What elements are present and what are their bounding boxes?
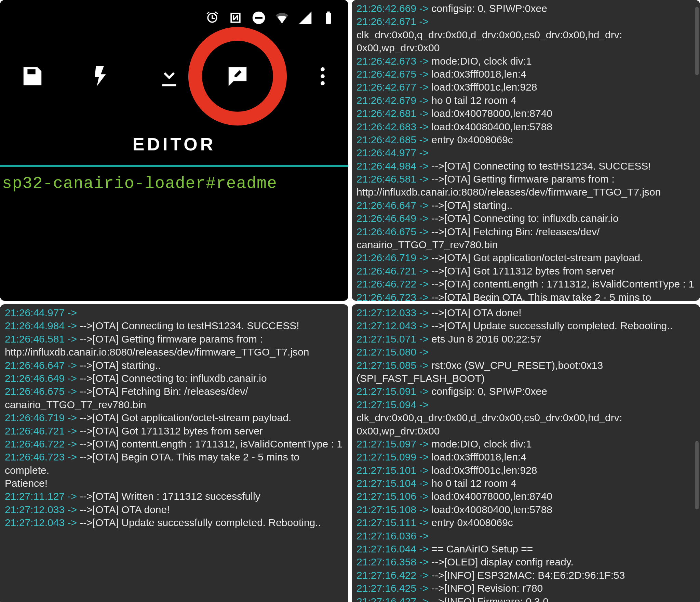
log-timestamp: 21:26:42.671 -> [356, 16, 429, 27]
log-line: 21:27:15.106 -> load:0x40078000,len:8740 [356, 490, 695, 503]
battery-icon [321, 10, 336, 27]
log-message: -->[OTA] contentLength : 1711312, isVali… [80, 438, 342, 450]
log-line: 21:26:42.681 -> load:0x40078000,len:8740 [356, 107, 695, 120]
log-timestamp: 21:27:16.358 -> [356, 556, 431, 567]
log-line: 21:27:16.358 -> -->[OLED] display config… [356, 556, 695, 568]
log-timestamp: 21:26:46.581 -> [356, 173, 431, 185]
log-line: 21:26:42.677 -> load:0x3fff001c,len:928 [356, 81, 695, 94]
download-icon[interactable] [157, 64, 181, 90]
log-timestamp: 21:26:44.977 -> [5, 307, 77, 318]
log-message: rst:0xc (SW_CPU_RESET),boot:0x13 [431, 360, 603, 371]
log-timestamp: 21:27:12.043 -> [5, 517, 80, 528]
log-message: -->[OTA] Got application/octet-stream pa… [80, 412, 291, 423]
log-message: -->[OTA] Got 1711312 bytes from server [431, 265, 615, 277]
scrollbar[interactable] [695, 441, 699, 509]
log-timestamp: 21:26:46.675 -> [356, 226, 431, 237]
log-line: 21:26:46.675 -> -->[OTA] Fetching Bin: /… [5, 385, 344, 398]
log-timestamp: 21:26:42.675 -> [356, 68, 431, 80]
flash-icon[interactable] [89, 64, 113, 90]
log-line: 21:26:46.649 -> -->[OTA] Connecting to: … [356, 212, 695, 225]
log-message: ho 0 tail 12 room 4 [431, 478, 516, 489]
log-message: == CanAirIO Setup == [431, 543, 533, 554]
log-timestamp: 21:27:11.127 -> [5, 491, 80, 502]
nfc-icon [228, 10, 243, 27]
log-message: -->[OTA] Update successfully completed. … [431, 320, 673, 331]
log-timestamp: 21:26:44.977 -> [356, 147, 429, 158]
log-line: 21:26:42.669 -> configsip: 0, SPIWP:0xee [356, 2, 695, 15]
log-timestamp: 21:26:44.984 -> [356, 160, 431, 172]
log-line: 21:27:15.111 -> entry 0x4008069c [356, 516, 695, 529]
log-message: ho 0 tail 12 room 4 [431, 95, 516, 106]
log-timestamp: 21:27:15.104 -> [356, 478, 431, 489]
log-message-cont: 0x00,wp_drv:0x00 [356, 41, 695, 54]
terminal-output[interactable]: 21:26:44.977 -> 21:26:44.984 -> -->[OTA]… [0, 304, 348, 532]
log-message: entry 0x4008069c [431, 134, 513, 145]
log-message: load:0x40078000,len:8740 [431, 491, 552, 502]
log-message: -->[OTA] OTA done! [431, 307, 521, 318]
log-message: -->[OTA] Written : 1711312 successfully [80, 491, 260, 502]
log-timestamp: 21:27:16.044 -> [356, 543, 431, 554]
log-timestamp: 21:27:16.425 -> [356, 583, 431, 594]
log-timestamp: 21:27:15.085 -> [356, 360, 431, 371]
log-line: 21:27:15.099 -> load:0x3fff0018,len:4 [356, 451, 695, 464]
log-message: load:0x3fff0018,len:4 [431, 451, 526, 463]
wifi-icon [274, 10, 290, 27]
log-line: 21:26:42.679 -> ho 0 tail 12 room 4 [356, 94, 695, 107]
log-line: 21:26:44.977 -> [5, 306, 344, 319]
log-timestamp: 21:27:15.071 -> [356, 333, 431, 345]
more-icon[interactable] [311, 64, 335, 90]
log-line: 21:26:46.722 -> -->[OTA] contentLength :… [356, 278, 695, 291]
log-timestamp: 21:27:15.097 -> [356, 438, 431, 450]
log-timestamp: 21:27:15.101 -> [356, 465, 431, 476]
log-line: 21:26:46.719 -> -->[OTA] Got application… [5, 411, 344, 424]
svg-point-5 [321, 74, 325, 78]
log-message: configsip: 0, SPIWP:0xee [431, 386, 547, 397]
log-message: -->[OTA] Connecting to testHS1234. SUCCE… [80, 320, 299, 331]
log-message-cont: Patience! [5, 477, 344, 490]
log-timestamp: 21:27:15.080 -> [356, 346, 429, 358]
log-message-cont: canairio_TTGO_T7_rev780.bin [5, 398, 344, 411]
log-message: -->[INFO] ESP32MAC: B4:E6:2D:96:1F:53 [431, 570, 625, 581]
log-line: 21:26:46.581 -> -->[OTA] Getting firmwar… [5, 333, 344, 346]
log-message: load:0x40080400,len:5788 [431, 504, 552, 515]
log-line: 21:26:46.649 -> -->[OTA] Connecting to: … [5, 372, 344, 385]
edit-message-icon[interactable] [226, 64, 250, 90]
log-timestamp: 21:27:12.043 -> [356, 320, 431, 331]
log-timestamp: 21:26:46.581 -> [5, 333, 80, 345]
log-timestamp: 21:27:15.111 -> [356, 517, 431, 528]
log-line: 21:27:16.036 -> [356, 530, 695, 543]
log-message: load:0x40078000,len:8740 [431, 108, 552, 119]
log-timestamp: 21:26:46.647 -> [5, 360, 80, 371]
log-line: 21:27:12.043 -> -->[OTA] Update successf… [356, 319, 695, 332]
log-line: 21:26:46.723 -> -->[OTA] Begin OTA. This… [5, 451, 344, 477]
log-timestamp: 21:26:46.719 -> [356, 252, 431, 263]
log-message: -->[OTA] Connecting to: influxdb.canair.… [80, 373, 267, 384]
log-timestamp: 21:26:46.721 -> [5, 425, 80, 437]
log-line: 21:26:46.719 -> -->[OTA] Got application… [356, 251, 695, 264]
log-line: 21:27:15.094 -> clk_drv:0x00,q_drv:0x00,… [356, 398, 695, 425]
log-timestamp: 21:26:46.649 -> [5, 373, 80, 384]
log-line: 21:26:46.675 -> -->[OTA] Fetching Bin: /… [356, 225, 695, 238]
log-timestamp: 21:27:15.099 -> [356, 451, 431, 463]
log-line: 21:26:42.675 -> load:0x3fff0018,len:4 [356, 68, 695, 81]
svg-rect-3 [327, 12, 329, 14]
log-line: 21:26:44.977 -> [356, 146, 695, 159]
terminal-output[interactable]: 21:26:42.669 -> configsip: 0, SPIWP:0xee… [352, 0, 700, 301]
log-timestamp: 21:26:46.721 -> [356, 265, 431, 277]
log-line: 21:27:16.422 -> -->[INFO] ESP32MAC: B4:E… [356, 569, 695, 582]
log-message: -->[OTA] Getting firmware params from : [431, 173, 614, 185]
terminal-output[interactable]: 21:27:12.033 -> -->[OTA] OTA done!21:27:… [352, 304, 700, 602]
svg-rect-1 [255, 17, 262, 19]
log-line: 21:27:15.080 -> [356, 346, 695, 359]
log-message: load:0x3fff001c,len:928 [431, 465, 537, 476]
log-line: 21:26:46.581 -> -->[OTA] Getting firmwar… [356, 173, 695, 186]
log-message: clk_drv:0x00,q_drv:0x00,d_drv:0x00,cs0_d… [356, 29, 622, 40]
log-timestamp: 21:26:46.722 -> [356, 278, 431, 290]
readme-path: sp32-canairio-loader#readme [0, 167, 348, 193]
scrollbar[interactable] [695, 7, 699, 75]
terminal-panel-c: 21:26:44.977 -> 21:26:44.984 -> -->[OTA]… [0, 304, 348, 602]
log-timestamp: 21:26:42.669 -> [356, 3, 431, 14]
save-icon[interactable] [21, 64, 44, 90]
log-line: 21:26:44.984 -> -->[OTA] Connecting to t… [5, 319, 344, 332]
log-timestamp: 21:27:15.091 -> [356, 386, 431, 397]
